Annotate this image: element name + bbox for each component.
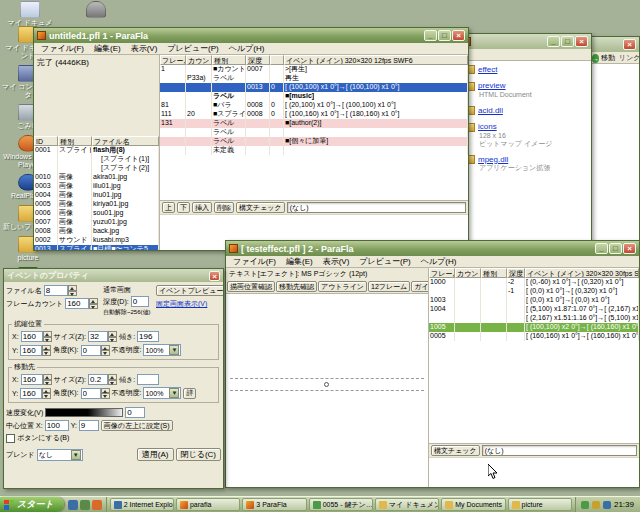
move-x-input[interactable] <box>21 374 43 385</box>
minimize-icon[interactable]: _ <box>595 243 608 254</box>
close-icon[interactable]: × <box>623 243 636 254</box>
move-angle-input[interactable] <box>81 388 101 399</box>
set-topleft-button[interactable]: 画像の左上に設定(S) <box>101 420 173 431</box>
file-row[interactable]: 0013 スプライト ■目標■〜コンテ5 <box>34 245 159 250</box>
blend-select[interactable]: なし ▼ <box>37 449 83 461</box>
task-button[interactable]: parafla <box>176 498 240 511</box>
spinner-buttons[interactable] <box>68 285 77 296</box>
task-button[interactable]: マイ ドキュメント <box>375 498 439 511</box>
move-dest-check-button[interactable]: 移動先確認 <box>276 281 317 292</box>
column-header[interactable]: カウント <box>455 268 481 278</box>
spinner-buttons[interactable] <box>108 374 117 385</box>
links-label[interactable]: リンク <box>619 53 640 63</box>
titlebar[interactable]: × <box>591 37 639 52</box>
titlebar[interactable]: untitled1.pfl 1 - ParaFla _ □ × <box>34 28 468 43</box>
maximize-icon[interactable]: □ <box>438 30 451 41</box>
close-icon[interactable]: × <box>575 36 588 47</box>
timeline-row[interactable]: ラベル ■[個々に加筆] <box>160 137 468 146</box>
depth-input[interactable] <box>131 296 149 307</box>
file-row[interactable]: 0002 サウンド kusabi.mp3 <box>34 236 159 245</box>
framecount-input[interactable] <box>65 298 89 309</box>
maximize-icon[interactable]: □ <box>609 243 622 254</box>
quicklaunch-desktop-icon[interactable] <box>80 500 90 510</box>
file-row[interactable]: 0007 画像 yuzu01.jpg <box>34 218 159 227</box>
scale-angle-input[interactable] <box>81 345 101 356</box>
scale-y-input[interactable] <box>20 345 42 356</box>
close-icon[interactable]: × <box>452 30 465 41</box>
file-row[interactable]: 0004 画像 inu01.jpg <box>34 191 159 200</box>
task-button[interactable]: 2 Internet Explo... <box>110 498 174 511</box>
event-row[interactable]: 1000 -2 [ (0,-60) x1 0°]→[ (0,320) x1 0°… <box>429 278 639 287</box>
move-y-input[interactable] <box>20 388 42 399</box>
event-row[interactable]: 1003 [ (0,0) x1 0°]→[ (0,0) x1 0°] <box>429 296 639 305</box>
chevron-down-icon[interactable]: ▼ <box>71 450 81 460</box>
syntax-check-button[interactable]: 構文チェック <box>431 445 480 456</box>
column-header[interactable]: 深度 <box>246 55 270 65</box>
file-row[interactable]: 0006 画像 sou01.jpg <box>34 209 159 218</box>
timeline-row[interactable]: ラベル ■[music] <box>160 92 468 101</box>
spinner-buttons[interactable] <box>42 388 51 399</box>
center-handle[interactable] <box>324 382 329 387</box>
titlebar[interactable]: [ testeffect.pfl ] 2 - ParaFla _ □ × <box>226 241 639 256</box>
file-link-item[interactable]: mpeg.dll アプリケーション拡張 <box>465 155 585 172</box>
event-row[interactable]: [ (2,167) x1.51:1.16 0°]→[ (5,100) x1.87… <box>429 314 639 323</box>
file-link-item[interactable]: icons 128 x 16 ビットマップ イメージ <box>465 122 585 147</box>
timeline-row[interactable]: 81 ■バラ 0008 0 [ (20,100) x1 0°]→[ (100,1… <box>160 101 468 110</box>
guide-toggle[interactable]: ガイド <box>411 281 429 292</box>
event-row[interactable]: -1 [ (0,0) x1 0°]→[ (0,320) x1 0°] <box>429 287 639 296</box>
tray-icon[interactable] <box>592 501 600 509</box>
draw-pos-check-button[interactable]: 描画位置確認 <box>227 281 275 292</box>
minimize-icon[interactable]: _ <box>424 30 437 41</box>
file-link-title[interactable]: mpeg.dll <box>478 155 508 164</box>
frames-toggle[interactable]: 12フレーム <box>368 281 410 292</box>
file-link-title[interactable]: effect <box>478 65 497 74</box>
speed-input[interactable] <box>125 407 145 418</box>
chevron-down-icon[interactable]: ▼ <box>169 388 179 398</box>
spinner-buttons[interactable] <box>43 331 52 342</box>
column-header[interactable]: ファイル名 <box>92 136 159 146</box>
titlebar[interactable]: _ □ × <box>459 34 591 49</box>
spinner-buttons[interactable] <box>108 331 117 342</box>
file-link-item[interactable]: effect <box>465 65 585 74</box>
spinner-buttons[interactable] <box>89 298 98 309</box>
titlebar[interactable]: イベントのプロパティ × <box>4 269 223 282</box>
close-icon[interactable]: × <box>623 39 636 50</box>
file-link-title[interactable]: acid.dll <box>478 106 503 115</box>
file-link-item[interactable]: acid.dll <box>465 106 585 115</box>
move-opacity-select[interactable]: 100% ▼ <box>143 387 181 399</box>
file-row[interactable]: [スプライト(2)] <box>34 164 159 173</box>
column-header[interactable]: 種別 <box>212 55 246 65</box>
scale-size-input[interactable] <box>88 331 108 342</box>
file-row[interactable]: 0003 画像 iilu01.jpg <box>34 182 159 191</box>
quicklaunch-ie-icon[interactable] <box>68 500 78 510</box>
delete-button[interactable]: 削除 <box>214 202 234 213</box>
file-row[interactable]: 0008 画像 back.jpg <box>34 227 159 236</box>
preview-canvas[interactable] <box>226 293 428 487</box>
file-link-item[interactable]: preview HTML Document <box>465 81 585 98</box>
timeline-row[interactable]: 1 ■カウント 0007 >[再生] <box>160 65 468 74</box>
menu-item[interactable]: ファイル(F) <box>36 43 89 54</box>
make-button-checkbox[interactable] <box>6 434 15 443</box>
file-row[interactable]: 0001 スプライト flash用(8) <box>34 146 159 155</box>
task-button[interactable]: 0055 - 鍵チン… <box>309 498 373 511</box>
clock[interactable]: 21:39 <box>614 500 634 509</box>
quicklaunch-media-icon[interactable] <box>92 500 102 510</box>
column-header[interactable] <box>270 55 284 65</box>
detail-button[interactable]: 詳 <box>183 388 196 399</box>
close-button[interactable]: 閉じる(C) <box>176 448 221 461</box>
column-header[interactable]: イベント (メイン) 320×320 30fps SWF6 <box>525 268 639 278</box>
speed-gradient-bar[interactable] <box>45 408 123 417</box>
task-button[interactable]: picture <box>508 498 572 511</box>
timeline-row[interactable]: P33a) ラベル 再生 <box>160 74 468 83</box>
spinner-buttons[interactable] <box>43 374 52 385</box>
scale-x-input[interactable] <box>21 331 43 342</box>
menu-item[interactable]: プレビュー(P) <box>354 256 415 267</box>
maximize-icon[interactable]: □ <box>561 36 574 47</box>
move-skew-input[interactable] <box>137 374 159 385</box>
file-row[interactable]: 0005 画像 kiriya01.jpg <box>34 200 159 209</box>
up-button[interactable]: 上 <box>162 202 175 213</box>
file-row[interactable]: 0010 画像 akira01.jpg <box>34 173 159 182</box>
scale-opacity-select[interactable]: 100% ▼ <box>143 344 181 356</box>
center-x-input[interactable] <box>45 420 69 431</box>
spinner-buttons[interactable] <box>101 345 110 356</box>
